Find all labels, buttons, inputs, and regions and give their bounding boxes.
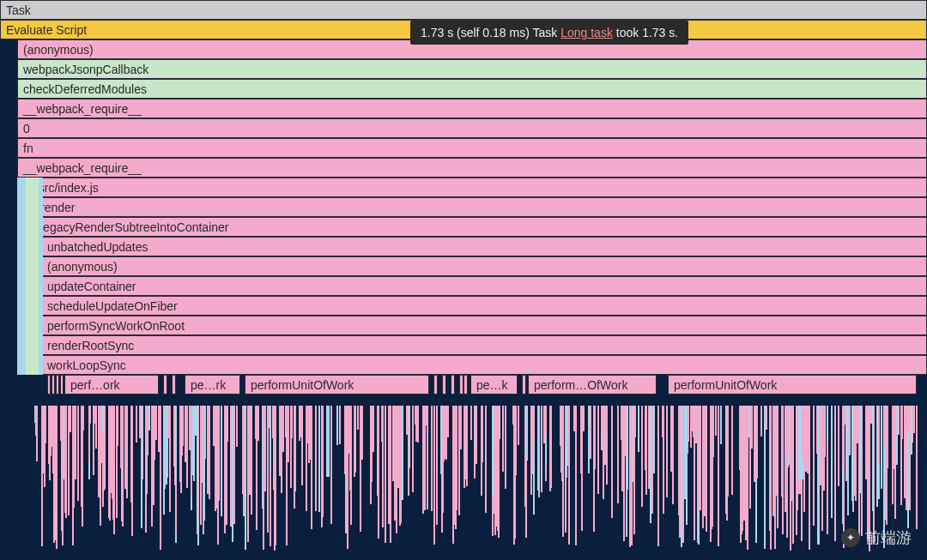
flame-frame[interactable]: Task	[0, 0, 927, 20]
flame-deep-stripe	[818, 406, 820, 545]
flame-frame[interactable]: legacyRenderSubtreeIntoContainer	[34, 217, 927, 237]
flame-deep-stripe	[299, 406, 300, 441]
flame-deep-stripe	[326, 406, 328, 477]
flame-frame[interactable]: __webpack_require__	[17, 99, 927, 118]
flame-deep-stripe	[273, 406, 275, 490]
flame-sliver[interactable]	[172, 375, 176, 394]
flame-sliver[interactable]	[60, 375, 64, 394]
flame-deep-stripe	[286, 406, 288, 545]
flame-deep-stripe	[458, 406, 460, 515]
flame-sliver[interactable]	[47, 375, 51, 394]
flame-deep-stripe	[108, 406, 110, 518]
flame-frame[interactable]: ./src/index.js	[26, 178, 927, 197]
frame-label: perf…ork	[70, 378, 120, 392]
flame-deep-stripe	[390, 406, 391, 543]
flame-deep-stripe	[686, 406, 688, 446]
flame-sliver[interactable]	[52, 375, 55, 394]
flame-deep-stripe	[611, 406, 613, 518]
frame-label: workLoopSync	[47, 358, 126, 372]
flame-frame[interactable]: workLoopSync	[41, 355, 927, 375]
flame-frame[interactable]: performUnitOfWork	[668, 375, 917, 394]
flame-deep-stripe	[207, 406, 209, 453]
flame-deep-stripe	[436, 406, 438, 525]
frame-label: performUnitOfWork	[674, 378, 777, 392]
flame-frame[interactable]: (anonymous)	[41, 256, 927, 276]
flame-deep-stripe	[726, 406, 728, 521]
flame-frame[interactable]: pe…rk	[185, 375, 240, 394]
flame-frame[interactable]: checkDeferredModules	[17, 79, 927, 99]
flame-deep-stripe	[169, 406, 171, 512]
flame-deep-stripe	[415, 406, 417, 442]
flame-deep-stripe	[153, 406, 154, 505]
flame-sliver[interactable]	[451, 375, 455, 394]
flame-deep-stripe	[497, 406, 499, 531]
flame-deep-stripe	[81, 406, 82, 442]
flame-frame[interactable]: __webpack_require__	[17, 158, 927, 178]
flame-sliver[interactable]	[163, 375, 167, 394]
flame-deep-stripe	[377, 406, 379, 496]
flame-sliver[interactable]	[56, 375, 59, 394]
indent-stripe	[39, 237, 43, 256]
flame-frame[interactable]: fn	[17, 138, 927, 158]
flame-deep-stripe	[417, 406, 419, 443]
frame-label: webpackJsonpCallback	[23, 63, 148, 76]
flame-deep-stripe	[827, 406, 828, 441]
flame-deep-stripe	[357, 406, 359, 430]
flame-frame[interactable]: perform…OfWork	[528, 375, 657, 394]
flame-deep-stripe	[62, 406, 64, 545]
flame-deep-stripe	[88, 406, 90, 461]
flame-deep-stripe	[731, 406, 733, 495]
flame-deep-stripe	[638, 406, 639, 452]
watermark: ✦ 前端游	[841, 527, 912, 548]
flame-deep-stripe	[136, 406, 137, 443]
flame-frame[interactable]: performUnitOfWork	[245, 375, 429, 394]
flame-frame[interactable]: render	[34, 197, 927, 217]
indent-stripe	[39, 355, 43, 375]
flame-frame[interactable]: performSyncWorkOnRoot	[41, 316, 927, 335]
frame-label: (anonymous)	[23, 43, 94, 57]
flame-frame[interactable]: perf…ork	[64, 375, 159, 394]
flame-sliver[interactable]	[433, 375, 438, 394]
flame-deep-stripe	[515, 406, 517, 475]
frame-label: (anonymous)	[47, 260, 118, 274]
flame-frame[interactable]: unbatchedUpdates	[41, 237, 927, 256]
flame-deep-stripe	[524, 406, 526, 507]
indent-stripe	[39, 197, 43, 217]
flame-sliver[interactable]	[464, 375, 468, 394]
flame-deep-stripe	[236, 406, 238, 447]
flame-deep-stripe	[465, 406, 467, 479]
flame-deep-stripe	[672, 406, 674, 504]
frame-label: 0	[23, 122, 30, 135]
flame-frame[interactable]: webpackJsonpCallback	[17, 59, 927, 79]
flame-deep-stripe	[575, 406, 577, 545]
flame-deep-stripe	[693, 406, 694, 437]
long-task-link[interactable]: Long task	[560, 26, 613, 39]
flame-deep-stripe	[197, 406, 198, 525]
flame-sliver[interactable]	[442, 375, 446, 394]
flame-frame[interactable]: updateContainer	[41, 276, 927, 296]
flame-deep-stripe	[782, 406, 784, 534]
flame-deep-stripe	[268, 406, 270, 428]
flame-frame[interactable]: renderRootSync	[41, 335, 927, 355]
flame-deep-stripe	[227, 406, 228, 442]
flame-deep-stripe	[854, 406, 856, 496]
flame-deep-stripe	[657, 406, 659, 546]
flame-deep-stripe	[712, 406, 714, 457]
flame-deep-stripe	[901, 406, 903, 439]
flame-deep-stripe	[813, 406, 815, 526]
flame-deep-stripe	[870, 406, 872, 424]
flame-deep-stripe	[258, 406, 259, 441]
flame-deep-stripe	[898, 406, 900, 435]
flame-deep-stripe	[300, 406, 302, 437]
flame-deep-stripe	[291, 406, 293, 438]
flame-frame[interactable]: pe…k	[470, 375, 518, 394]
flame-sliver[interactable]	[522, 375, 526, 394]
flame-frame[interactable]: 0	[17, 118, 927, 138]
flame-deep-stripe	[851, 406, 853, 501]
flame-deep-stripe	[492, 406, 494, 497]
flame-deep-stripe	[388, 406, 390, 521]
flame-deep-stripe	[769, 406, 771, 531]
flame-deep-stripe	[218, 406, 220, 501]
frame-label: unbatchedUpdates	[47, 240, 148, 254]
flame-frame[interactable]: scheduleUpdateOnFiber	[41, 296, 927, 316]
